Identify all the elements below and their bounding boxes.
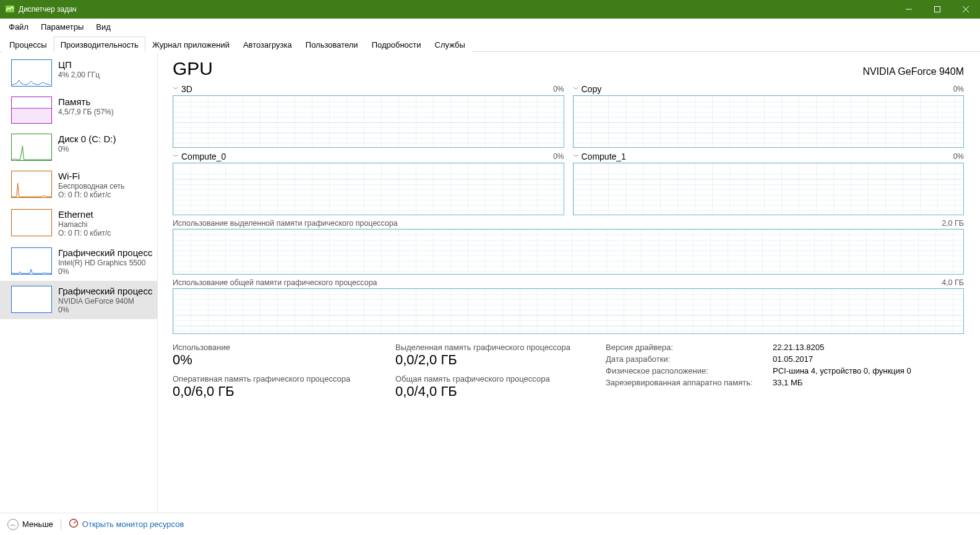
fewer-details-button[interactable]: ︿ Меньше	[7, 519, 53, 530]
shared-label: Общая память графического процессора	[395, 374, 581, 383]
info-key: Физическое расположение:	[606, 366, 773, 375]
graph-3d[interactable]	[173, 95, 564, 148]
open-resource-monitor-button[interactable]: Открыть монитор ресурсов	[69, 518, 184, 530]
separator	[61, 519, 61, 530]
ethernet-sparkline	[11, 209, 52, 236]
menu-file[interactable]: Файл	[2, 20, 35, 33]
wifi-sparkline	[11, 171, 52, 198]
sidebar-item-gpu1[interactable]: Графический процессор 1 NVIDIA GeForce 9…	[0, 281, 157, 319]
resource-monitor-icon	[69, 518, 79, 530]
resmon-label: Открыть монитор ресурсов	[82, 520, 184, 529]
util-value: 0%	[173, 352, 371, 368]
info-key: Дата разработки:	[606, 354, 773, 364]
engine-pct: 0%	[553, 85, 564, 93]
footer: ︿ Меньше Открыть монитор ресурсов	[0, 513, 980, 535]
menu-view[interactable]: Вид	[90, 20, 117, 33]
mem-shared-max: 4,0 ГБ	[942, 278, 964, 287]
chevron-down-icon[interactable]: ﹀	[573, 85, 579, 93]
sidebar-item-ethernet[interactable]: Ethernet Hamachi О: 0 П: 0 кбит/с	[0, 204, 157, 242]
engine-name[interactable]: Compute_0	[181, 152, 226, 161]
dedicated-label: Выделенная память графического процессор…	[395, 343, 581, 352]
close-button[interactable]	[952, 0, 980, 19]
phys-value: 0,0/6,0 ГБ	[173, 383, 371, 400]
svg-rect-5	[12, 108, 51, 123]
titlebar[interactable]: Диспетчер задач	[0, 0, 980, 19]
mem-dedicated-label: Использование выделенной памяти графичес…	[173, 219, 398, 228]
info-val: PCI-шина 4, устройство 0, функция 0	[773, 366, 911, 375]
tabs: Процессы Производительность Журнал прило…	[0, 35, 980, 52]
sidebar-sub: Intel(R) HD Graphics 5500	[58, 259, 152, 267]
sidebar-sub: Беспроводная сеть	[58, 182, 124, 190]
sidebar-title: Ethernet	[58, 209, 111, 220]
gpu1-sparkline	[11, 286, 52, 313]
sidebar-title: Диск 0 (C: D:)	[58, 134, 116, 144]
sidebar-sub: Hamachi	[58, 220, 111, 229]
sidebar-title: Память	[58, 96, 114, 107]
sidebar-sub: 4% 2,00 ГГц	[58, 71, 100, 79]
memory-sparkline	[11, 96, 52, 124]
sidebar-sub2: О: 0 П: 0 кбит/с	[58, 229, 111, 238]
sidebar-item-memory[interactable]: Память 4,5/7,9 ГБ (57%)	[0, 92, 157, 129]
info-key: Версия драйвера:	[606, 343, 773, 352]
util-label: Использование	[173, 343, 371, 352]
fewer-label: Меньше	[22, 520, 53, 529]
tab-details[interactable]: Подробности	[365, 36, 428, 52]
engine-name[interactable]: Copy	[582, 84, 602, 94]
chevron-down-icon[interactable]: ﹀	[173, 85, 179, 93]
tab-processes[interactable]: Процессы	[2, 36, 54, 52]
device-name: NVIDIA GeForce 940M	[862, 66, 964, 77]
dedicated-value: 0,0/2,0 ГБ	[395, 352, 581, 368]
engine-name[interactable]: 3D	[181, 84, 192, 94]
minimize-button[interactable]	[895, 0, 923, 19]
engine-pct: 0%	[953, 152, 964, 161]
cpu-sparkline	[11, 59, 52, 87]
graph-compute0[interactable]	[173, 163, 564, 215]
sidebar-sub: 4,5/7,9 ГБ (57%)	[58, 108, 114, 116]
graph-mem-dedicated[interactable]	[173, 229, 964, 275]
chevron-down-icon[interactable]: ﹀	[573, 152, 579, 161]
sidebar-title: Графический процессор 0	[58, 247, 152, 258]
sidebar-title: Wi-Fi	[58, 171, 124, 181]
chevron-up-icon: ︿	[7, 519, 19, 530]
info-val: 33,1 МБ	[773, 378, 802, 387]
sidebar-sub: NVIDIA GeForce 940M	[58, 297, 152, 306]
window-title: Диспетчер задач	[19, 5, 895, 14]
menu-options[interactable]: Параметры	[35, 20, 90, 33]
sidebar-sub: 0%	[58, 145, 116, 153]
graph-mem-shared[interactable]	[173, 288, 964, 334]
engine-name[interactable]: Compute_1	[582, 152, 626, 161]
mem-dedicated-max: 2,0 ГБ	[942, 219, 964, 228]
sidebar-title: ЦП	[58, 59, 100, 70]
app-icon	[5, 4, 15, 14]
maximize-button[interactable]	[923, 0, 952, 19]
sidebar-item-wifi[interactable]: Wi-Fi Беспроводная сеть О: 0 П: 0 кбит/с	[0, 166, 157, 204]
tab-services[interactable]: Службы	[428, 36, 472, 52]
sidebar-sub2: 0%	[58, 267, 152, 276]
chevron-down-icon[interactable]: ﹀	[173, 152, 179, 161]
info-val: 22.21.13.8205	[773, 343, 824, 352]
svg-line-8	[74, 521, 76, 523]
menubar: Файл Параметры Вид	[0, 19, 980, 35]
sidebar-title: Графический процессор 1	[58, 286, 152, 296]
engine-pct: 0%	[553, 152, 564, 161]
tab-users[interactable]: Пользователи	[299, 36, 365, 52]
sidebar-item-disk[interactable]: Диск 0 (C: D:) 0%	[0, 129, 157, 166]
page-title: GPU	[173, 58, 213, 79]
sidebar-sub2: 0%	[58, 306, 152, 314]
shared-value: 0,0/4,0 ГБ	[395, 383, 581, 400]
phys-label: Оперативная память графического процессо…	[173, 374, 371, 383]
info-key: Зарезервированная аппаратно память:	[606, 378, 773, 387]
svg-rect-2	[935, 7, 940, 12]
disk-sparkline	[11, 134, 52, 161]
sidebar-item-cpu[interactable]: ЦП 4% 2,00 ГГц	[0, 54, 157, 92]
gpu0-sparkline	[11, 247, 52, 275]
sidebar-sub2: О: 0 П: 0 кбит/с	[58, 190, 124, 199]
mem-shared-label: Использование общей памяти графического …	[173, 278, 377, 287]
graph-copy[interactable]	[573, 95, 965, 148]
sidebar-item-gpu0[interactable]: Графический процессор 0 Intel(R) HD Grap…	[0, 242, 157, 281]
tab-app-history[interactable]: Журнал приложений	[145, 36, 236, 52]
graph-compute1[interactable]	[573, 163, 965, 215]
info-val: 01.05.2017	[773, 354, 813, 364]
tab-performance[interactable]: Производительность	[54, 36, 145, 52]
tab-startup[interactable]: Автозагрузка	[236, 36, 299, 52]
